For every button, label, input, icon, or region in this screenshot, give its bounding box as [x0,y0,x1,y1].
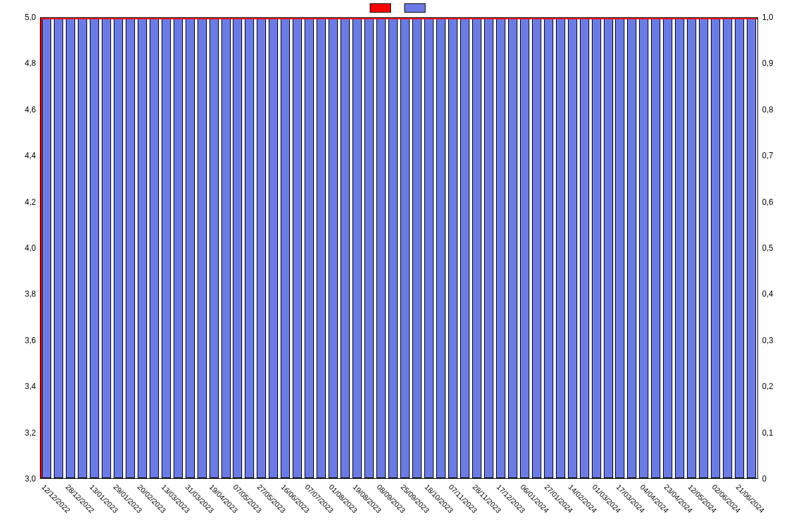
bar-slot [471,18,483,478]
bar [508,18,517,478]
bar-slot [459,18,471,478]
y-right-tick: 0,7 [758,151,798,160]
bar [699,18,708,478]
bar-slot [112,18,124,478]
legend-swatch-blue-icon [404,3,426,13]
y-right-tick: 0,2 [758,382,798,391]
bar-slot [447,18,459,478]
bar [340,18,350,478]
bar-slot [375,18,387,478]
bar [245,18,254,478]
bar-slot [722,18,733,478]
bar [352,18,362,478]
bar-slot [733,18,745,478]
bar-slot [65,18,76,478]
y-axis-left: 3,03,23,43,63,84,04,24,44,64,85,0 [0,17,40,479]
bar [532,18,541,478]
bar [544,18,553,478]
bar [150,18,159,478]
bar-slot [363,18,375,478]
bar-slot [220,18,232,478]
bar-slot [208,18,220,478]
y-left-tick: 5,0 [0,13,40,22]
series-line-left [41,18,42,478]
bar [54,18,63,478]
bar-slot [315,18,327,478]
bar-slot [255,18,267,478]
bar [102,18,111,478]
y-left-tick: 4,2 [0,198,40,207]
bar-slot [339,18,351,478]
y-left-tick: 3,0 [0,474,40,483]
bar-slot [745,18,757,478]
bar-slot [291,18,303,478]
bar-slot [710,18,722,478]
bar [615,18,624,478]
bar [209,18,219,478]
bar-slot [267,18,279,478]
bar [604,18,613,478]
y-right-tick: 1,0 [758,13,798,22]
bar-slot [531,18,543,478]
bar [651,18,660,478]
bar [687,18,696,478]
legend-item-series-2 [404,3,428,13]
y-left-tick: 4,4 [0,151,40,160]
bar [376,18,386,478]
y-left-tick: 3,6 [0,336,40,345]
bar-slot [196,18,208,478]
bar-slot [243,18,255,478]
bar-slot [172,18,184,478]
bar-slot [602,18,614,478]
bar-slot [279,18,291,478]
bar [460,18,469,478]
bar [484,18,493,478]
legend-swatch-red-icon [370,3,391,13]
y-left-tick: 4,8 [0,59,40,68]
bar-slot [124,18,136,478]
bar [592,18,601,478]
bar-slot [100,18,112,478]
bars-layer [41,18,757,478]
bar-slot [76,18,88,478]
bar-slot [567,18,579,478]
bar-slot [495,18,507,478]
bar-slot [686,18,698,478]
bar-slot [232,18,244,478]
bar [329,18,338,478]
bar [723,18,732,478]
bar-slot [638,18,650,478]
bar-slot [53,18,65,478]
bar-slot [88,18,100,478]
bar [424,18,434,478]
bar [747,18,756,478]
bar [233,18,242,478]
x-axis: 12/12/202228/12/202213/01/202329/01/2023… [40,479,758,532]
bar [711,18,720,478]
bar [78,18,87,478]
bar [735,18,744,478]
bar [138,18,147,478]
y-right-tick: 0,5 [758,243,798,253]
y-right-tick: 0,8 [758,105,798,114]
y-right-tick: 0 [758,474,798,483]
bar [198,18,207,478]
series-line-top [41,18,757,19]
bar-slot [507,18,519,478]
bar-slot [387,18,399,478]
bar-slot [41,18,53,478]
bar-slot [579,18,591,478]
bar-slot [399,18,411,478]
plot-area [40,17,758,479]
bar-slot [543,18,555,478]
bar [496,18,505,478]
bar [293,18,302,478]
y-left-tick: 3,2 [0,428,40,438]
bar [126,18,135,478]
bar [412,18,422,478]
bar [568,18,577,478]
bar-slot [351,18,363,478]
bar [400,18,410,478]
bar-slot [674,18,686,478]
y-right-tick: 0,1 [758,428,798,438]
